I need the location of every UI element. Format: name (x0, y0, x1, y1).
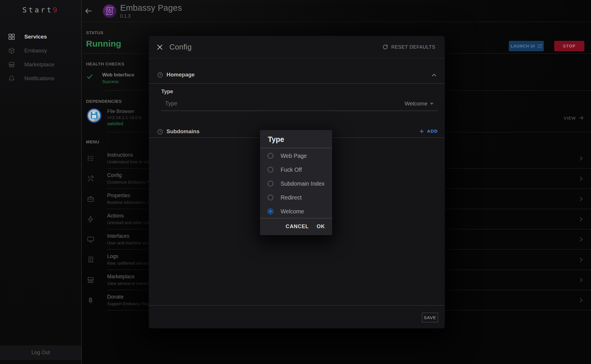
file-browser-icon (87, 108, 101, 123)
radio-option-label: Web Page (281, 153, 307, 159)
divider (149, 305, 445, 306)
health-check-name: Web Interface (102, 72, 134, 78)
cancel-button[interactable]: CANCEL (286, 224, 309, 230)
logout-button[interactable]: Log Out (0, 345, 81, 360)
sidebar-item-embassy[interactable]: Embassy (0, 44, 81, 58)
tools-icon (87, 175, 94, 182)
radio-option-label: Fuck Off (281, 167, 302, 173)
sidebar: Start9 Services Embassy Marketplace Noti… (0, 0, 82, 364)
type-options-list: Web Page Fuck Off Subdomain Index Redire… (260, 149, 332, 218)
menu-item-label: Interfaces (107, 233, 129, 239)
status-value: Running (86, 39, 121, 49)
close-icon[interactable] (157, 44, 163, 50)
type-select[interactable]: Welcome (405, 100, 433, 107)
flash-icon (87, 215, 94, 223)
ok-button[interactable]: OK (316, 224, 325, 230)
help-circle-icon: ? (157, 72, 163, 78)
radio-option-subdomain-index[interactable]: Subdomain Index (260, 177, 332, 191)
type-dialog-footer: CANCEL OK (260, 218, 332, 235)
sidebar-item-label: Services (24, 34, 47, 40)
menu-item-label: Marketplace (107, 274, 135, 280)
divider (260, 148, 332, 148)
dependency-view-link[interactable]: VIEW (564, 115, 584, 120)
dependencies-heading: DEPENDENCIES (86, 99, 122, 104)
logo-suffix: 9 (53, 6, 59, 14)
save-button[interactable]: SAVE (422, 313, 438, 322)
config-modal-header: Config RESET DEFAULTS (149, 36, 445, 58)
dependency-status: satisfied (107, 121, 123, 126)
radio-option-fuck-off[interactable]: Fuck Off (260, 163, 332, 177)
briefcase-icon (87, 195, 94, 203)
menu-item-label: Instructions (107, 152, 133, 158)
menu-item-label: Actions (107, 213, 124, 219)
service-title: Embassy Pages (120, 3, 182, 13)
status-heading: STATUS (86, 30, 103, 35)
chevron-right-icon (578, 297, 584, 303)
onion-page-glyph (103, 5, 116, 18)
homepage-section-header[interactable]: ? Homepage (149, 71, 445, 81)
floppy-disk-glyph (88, 109, 100, 122)
menu-item-label: Logs (107, 253, 118, 259)
reset-defaults-label: RESET DEFAULTS (391, 44, 435, 50)
svg-text:?: ? (159, 73, 161, 77)
sidebar-nav: Services Embassy Marketplace Notificatio… (0, 30, 81, 85)
radio-circle-icon (268, 167, 273, 173)
health-check-result: Success (102, 79, 119, 84)
app-window: Start9 Services Embassy Marketplace Noti… (0, 0, 591, 364)
arrow-back-icon (85, 7, 93, 15)
divider (149, 83, 445, 84)
start9-logo: Start9 (0, 6, 81, 14)
checkmark-icon (86, 73, 93, 80)
cube-icon (8, 47, 15, 54)
subdomains-section-title: Subdomains (166, 128, 200, 135)
plus-icon (419, 129, 424, 134)
radio-option-label: Subdomain Index (281, 180, 325, 187)
stop-button[interactable]: STOP (554, 41, 584, 51)
menu-item-label: Properties (107, 193, 130, 199)
storefront-icon (87, 276, 94, 284)
radio-circle-icon (268, 181, 273, 186)
health-checks-heading: HEALTH CHECKS (86, 61, 124, 66)
sidebar-item-services[interactable]: Services (0, 30, 81, 44)
caret-down-icon (430, 103, 433, 105)
external-link-icon (537, 44, 542, 48)
radio-option-redirect[interactable]: Redirect (260, 191, 332, 204)
menu-item-label: Config (107, 172, 122, 178)
chevron-right-icon (578, 257, 584, 263)
launch-ui-button[interactable]: LAUNCH UI (509, 41, 544, 51)
launch-ui-label: LAUNCH UI (511, 44, 535, 48)
dependency-name: File Browser (107, 109, 134, 114)
radio-option-label: Redirect (281, 194, 302, 201)
list-icon (87, 155, 94, 162)
homepage-section-title: Homepage (166, 72, 195, 78)
radio-option-label: Welcome (281, 208, 304, 215)
sidebar-item-label: Embassy (24, 47, 47, 54)
radio-circle-icon (268, 153, 273, 159)
type-dialog: Type Web Page Fuck Off Subdomain Index R… (260, 130, 332, 235)
sidebar-item-notifications[interactable]: Notifications (0, 72, 81, 85)
dependency-version: >=2.14.1.1 <3.0.0 (107, 115, 141, 120)
stop-label: STOP (563, 44, 576, 48)
radio-option-welcome[interactable]: Welcome (260, 204, 332, 218)
type-select-value: Welcome (405, 100, 427, 107)
type-dialog-title: Type (268, 135, 284, 144)
sidebar-item-marketplace[interactable]: Marketplace (0, 58, 81, 72)
chevron-right-icon (578, 236, 584, 243)
help-circle-icon: ? (157, 129, 163, 135)
chevron-right-icon (578, 175, 584, 182)
menu-item-description: Support Embassy Pages (107, 301, 153, 306)
svg-text:?: ? (159, 130, 161, 133)
back-button[interactable] (85, 7, 93, 15)
receipt-icon (87, 256, 94, 264)
chevron-right-icon (578, 196, 584, 202)
arrow-forward-icon (579, 115, 584, 120)
service-app-icon (103, 4, 116, 18)
refresh-icon (382, 44, 388, 50)
chevron-up-icon[interactable] (431, 72, 437, 78)
reset-defaults-button[interactable]: RESET DEFAULTS (382, 44, 435, 50)
radio-option-web-page[interactable]: Web Page (260, 149, 332, 163)
sidebar-item-label: Notifications (24, 75, 54, 82)
bitcoin-icon: B (87, 297, 94, 304)
add-subdomain-button[interactable]: ADD (419, 129, 438, 134)
type-field-placeholder: Type (165, 100, 177, 107)
